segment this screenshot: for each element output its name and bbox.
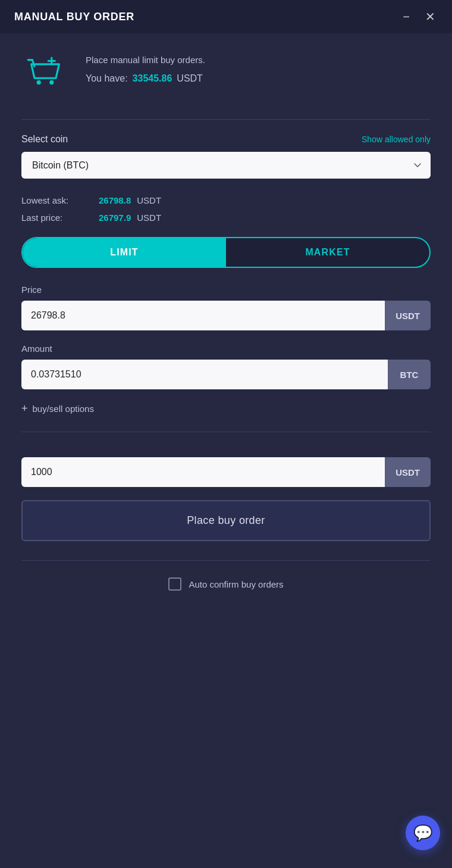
total-suffix: USDT (385, 457, 431, 487)
price-input-group: USDT (21, 301, 431, 330)
last-price-label: Last price: (21, 213, 93, 223)
total-input-group: USDT (21, 457, 431, 487)
divider-1 (21, 119, 431, 120)
you-have-label: You have: (86, 73, 128, 84)
options-toggle-label: buy/sell options (33, 404, 94, 414)
lowest-ask-label: Lowest ask: (21, 195, 93, 205)
price-field-label: Price (21, 285, 431, 295)
title-bar-controls: − ✕ (400, 10, 438, 24)
main-window: MANUAL BUY ORDER − ✕ (0, 0, 452, 868)
last-price-row: Last price: 26797.9 USDT (21, 213, 431, 223)
last-price-currency: USDT (137, 213, 161, 223)
svg-point-1 (49, 80, 54, 85)
you-have-row: You have: 33545.86 USDT (86, 73, 205, 84)
price-info: Lowest ask: 26798.8 USDT Last price: 267… (21, 195, 431, 223)
header-text: Place manual limit buy orders. You have:… (86, 50, 205, 84)
auto-confirm-checkbox[interactable] (168, 577, 181, 591)
amount-field-label: Amount (21, 344, 431, 354)
header-description: Place manual limit buy orders. (86, 55, 205, 65)
order-type-toggle: LIMIT MARKET (21, 237, 431, 268)
coin-select-label: Select coin (21, 134, 68, 145)
lowest-ask-currency: USDT (137, 195, 161, 205)
buy-sell-options-toggle[interactable]: + buy/sell options (21, 402, 431, 415)
options-plus-icon: + (21, 402, 28, 415)
minimize-button[interactable]: − (400, 10, 412, 24)
price-input[interactable] (21, 301, 385, 330)
market-button[interactable]: MARKET (226, 238, 429, 267)
title-bar: MANUAL BUY ORDER − ✕ (0, 0, 452, 33)
content-area: Place manual limit buy orders. You have:… (0, 33, 452, 868)
coin-select-dropdown[interactable]: Bitcoin (BTC) Ethereum (ETH) Litecoin (L… (21, 152, 431, 179)
amount-suffix: BTC (388, 360, 431, 389)
close-button[interactable]: ✕ (423, 10, 438, 24)
header-section: Place manual limit buy orders. You have:… (21, 50, 431, 98)
place-buy-order-button[interactable]: Place buy order (21, 500, 431, 541)
chat-icon: 💬 (413, 824, 432, 842)
cart-icon (24, 52, 67, 95)
coin-select-header: Select coin Show allowed only (21, 134, 431, 145)
amount-input-group: BTC (21, 360, 431, 389)
lowest-ask-value: 26798.8 (99, 195, 131, 205)
total-input[interactable] (21, 457, 385, 487)
chat-button[interactable]: 💬 (406, 816, 440, 850)
auto-confirm-label: Auto confirm buy orders (189, 579, 283, 589)
price-suffix: USDT (385, 301, 431, 330)
last-price-value: 26797.9 (99, 213, 131, 223)
lowest-ask-row: Lowest ask: 26798.8 USDT (21, 195, 431, 205)
you-have-currency: USDT (177, 73, 203, 84)
auto-confirm-row: Auto confirm buy orders (21, 577, 431, 591)
amount-input[interactable] (21, 360, 388, 389)
divider-2 (21, 432, 431, 432)
divider-3 (21, 560, 431, 561)
limit-button[interactable]: LIMIT (23, 238, 226, 267)
cart-icon-wrap (21, 50, 69, 98)
svg-point-0 (37, 80, 41, 85)
you-have-amount: 33545.86 (133, 73, 172, 84)
window-title: MANUAL BUY ORDER (14, 11, 134, 23)
show-allowed-link[interactable]: Show allowed only (362, 135, 431, 144)
